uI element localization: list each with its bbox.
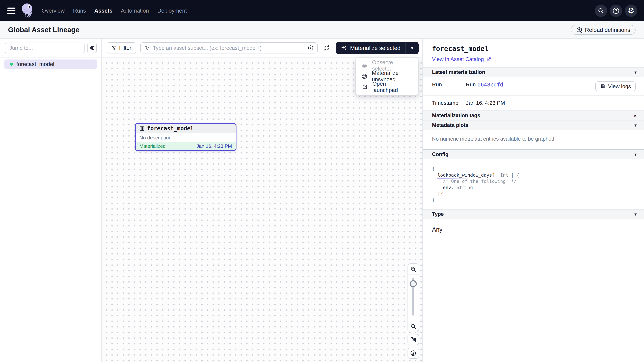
page-header: Global Asset Lineage Reload definitions (0, 21, 644, 39)
asset-node-description: No description (136, 133, 236, 142)
zoom-in-icon (410, 266, 416, 272)
section-materialization-tags[interactable]: Materialization tags ▸ (422, 111, 644, 120)
open-launchpad-icon (362, 84, 368, 90)
menu-item-open-launchpad[interactable]: Open launchpad (356, 82, 418, 92)
view-in-asset-catalog-link[interactable]: View in Asset Catalog (432, 56, 491, 62)
jump-to-input[interactable] (5, 42, 84, 53)
caret-down-icon: ▾ (634, 212, 636, 217)
menu-item-materialize-unsynced[interactable]: Materialize unsynced (356, 71, 418, 82)
asset-details-panel: forecast_model View in Asset Catalog Lat… (422, 39, 644, 362)
search-button[interactable] (595, 4, 607, 17)
run-row-label: Run (422, 77, 461, 95)
run-id-link[interactable]: 0648cdfd (478, 81, 503, 88)
view-logs-icon (600, 84, 606, 89)
materialize-split-button: Materialize selected ▾ (336, 42, 418, 54)
type-value: Any (422, 219, 644, 240)
config-schema-code: { lookback_window_days?: Int | { /* One … (422, 159, 644, 209)
config-line: { (432, 166, 634, 172)
section-latest-materialization[interactable]: Latest materialization ▾ (422, 67, 644, 77)
zoom-slider[interactable] (408, 275, 418, 321)
caret-down-icon: ▾ (411, 45, 414, 51)
nav-item-automation[interactable]: Automation (121, 7, 149, 14)
caret-right-icon: ▸ (634, 113, 636, 118)
nav-item-runs[interactable]: Runs (73, 7, 86, 14)
dagster-logo-icon[interactable] (20, 3, 34, 18)
materialize-dropdown-menu: ◉ Observe selected Materialize unsynced (356, 58, 418, 95)
caret-down-icon: ▾ (634, 152, 636, 157)
refresh-button[interactable] (322, 43, 332, 53)
nav-item-overview[interactable]: Overview (42, 7, 65, 14)
asset-list-item-forecast-model[interactable]: forecast_model (4, 59, 97, 69)
settings-button[interactable]: ⚙ (625, 4, 637, 17)
menu-item-label: Open launchpad (372, 81, 412, 93)
metadata-empty-message: No numeric metadata entries available to… (422, 130, 644, 150)
reload-definitions-icon (576, 27, 582, 33)
canvas-toolbar: Filter (102, 39, 422, 57)
section-label: Metadata plots (432, 122, 468, 128)
lineage-graph-canvas[interactable]: forecast_model No description Materializ… (102, 58, 422, 362)
page-title: Global Asset Lineage (8, 26, 80, 34)
timestamp-row: Timestamp Jan 16, 4:23 PM (422, 95, 644, 111)
asset-node-status-row: Materialized Jan 16, 4:23 PM (136, 142, 236, 150)
materialize-selected-label: Materialize selected (350, 45, 400, 51)
details-asset-title: forecast_model (432, 45, 634, 52)
details-header: forecast_model View in Asset Catalog (422, 39, 644, 67)
top-nav-actions: ⚙ (595, 4, 637, 17)
materialize-dropdown-toggle[interactable]: ▾ (406, 42, 418, 54)
materialize-selected-button[interactable]: Materialize selected (336, 42, 406, 54)
gear-icon: ⚙ (628, 7, 634, 14)
asset-item-label: forecast_model (16, 61, 54, 67)
content: forecast_model Filter (0, 39, 644, 362)
collapse-sidebar-button[interactable] (87, 42, 96, 53)
sidebar-search-row (0, 39, 101, 57)
global-asset-lineage-page: Overview Runs Assets Automation Deployme… (0, 0, 644, 362)
top-nav: Overview Runs Assets Automation Deployme… (0, 0, 644, 21)
search-icon (598, 7, 604, 14)
help-button[interactable] (610, 4, 622, 17)
run-row-value: Run 0648cdfd View logs (461, 77, 644, 95)
asset-node-forecast-model[interactable]: forecast_model No description Materializ… (135, 123, 236, 151)
config-line: } (432, 197, 634, 203)
reload-definitions-button[interactable]: Reload definitions (571, 25, 636, 35)
observe-icon: ◉ (362, 62, 368, 69)
config-field-name: env (443, 185, 451, 190)
caret-down-icon: ▾ (634, 123, 636, 128)
run-prefix: Run (466, 81, 476, 88)
run-row: Run Run 0648cdfd (422, 77, 644, 95)
asset-node-title: forecast_model (147, 125, 194, 132)
collapse-panel-icon (89, 45, 95, 51)
info-icon[interactable] (308, 45, 314, 51)
asset-graph-icon (144, 45, 150, 51)
asset-list: forecast_model (0, 57, 101, 71)
timestamp-row-value: Jan 16, 4:23 PM (461, 95, 644, 110)
zoom-in-button[interactable] (408, 264, 418, 275)
download-icon (410, 350, 416, 356)
zoom-out-button[interactable] (408, 321, 418, 332)
hamburger-menu-icon[interactable] (8, 7, 16, 14)
view-logs-button[interactable]: View logs (595, 81, 636, 91)
sparkles-icon (341, 45, 347, 51)
filter-label: Filter (119, 45, 131, 51)
section-label: Type (432, 211, 444, 217)
graph-layout-icon (410, 337, 416, 343)
config-line: }? (432, 191, 634, 197)
nav-item-assets[interactable]: Assets (94, 7, 112, 14)
download-image-button[interactable] (408, 348, 419, 359)
config-line: /* One of the following: */ (432, 178, 634, 184)
timestamp-row-label: Timestamp (422, 95, 461, 110)
primary-nav: Overview Runs Assets Automation Deployme… (42, 7, 187, 14)
asset-node-timestamp: Jan 16, 4:23 PM (196, 143, 232, 149)
zoom-controls (408, 264, 419, 332)
nav-item-deployment[interactable]: Deployment (157, 7, 187, 14)
refresh-icon (323, 44, 330, 51)
rearrange-layout-button[interactable] (408, 334, 419, 345)
filter-button[interactable]: Filter (107, 42, 136, 53)
section-label: Latest materialization (432, 69, 485, 75)
view-logs-label: View logs (608, 83, 631, 89)
section-type[interactable]: Type ▾ (422, 209, 644, 219)
help-icon (612, 7, 620, 14)
section-config[interactable]: Config ▾ (422, 150, 644, 159)
zoom-slider-handle[interactable] (410, 280, 417, 287)
section-metadata-plots[interactable]: Metadata plots ▾ (422, 120, 644, 130)
asset-subset-input[interactable] (153, 45, 305, 51)
